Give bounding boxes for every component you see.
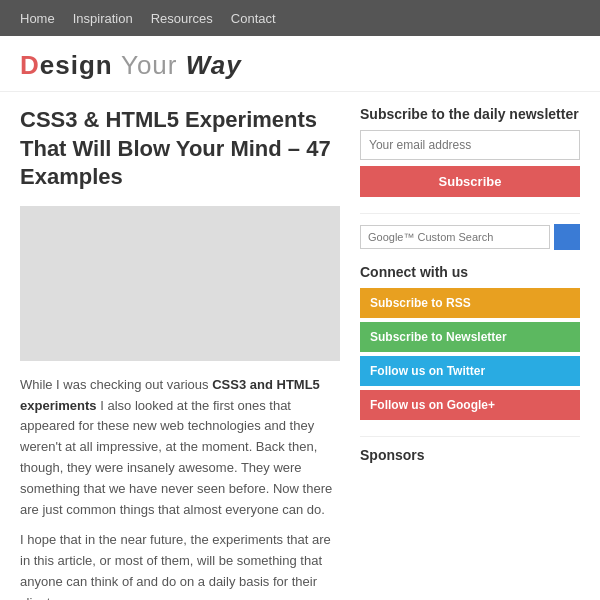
article-paragraph-1: While I was checking out various CSS3 an… — [20, 375, 340, 521]
googleplus-button[interactable]: Follow us on Google+ — [360, 390, 580, 420]
logo-your: Your — [121, 50, 186, 80]
article-body: While I was checking out various CSS3 an… — [20, 375, 340, 600]
newsletter-section: Subscribe to the daily newsletter Subscr… — [360, 106, 580, 197]
search-input[interactable] — [360, 225, 550, 249]
logo-d: D — [20, 50, 40, 80]
nav-contact[interactable]: Contact — [231, 11, 276, 26]
nav-resources[interactable]: Resources — [151, 11, 213, 26]
logo-way: Way — [186, 50, 242, 80]
connect-section: Connect with us Subscribe to RSS Subscri… — [360, 264, 580, 420]
nav-inspiration[interactable]: Inspiration — [73, 11, 133, 26]
subscribe-button[interactable]: Subscribe — [360, 166, 580, 197]
content-column: CSS3 & HTML5 Experiments That Will Blow … — [20, 106, 340, 600]
divider-2 — [360, 436, 580, 437]
newsletter-title: Subscribe to the daily newsletter — [360, 106, 580, 122]
logo-esign: esign — [40, 50, 121, 80]
sponsors-section: Sponsors — [360, 447, 580, 463]
main-container: CSS3 & HTML5 Experiments That Will Blow … — [0, 106, 600, 600]
article-title: CSS3 & HTML5 Experiments That Will Blow … — [20, 106, 340, 192]
nav-home[interactable]: Home — [20, 11, 55, 26]
sponsors-title: Sponsors — [360, 447, 580, 463]
search-button[interactable] — [554, 224, 580, 250]
email-input[interactable] — [360, 130, 580, 160]
connect-title: Connect with us — [360, 264, 580, 280]
navigation: Home Inspiration Resources Contact — [0, 0, 600, 36]
article-image — [20, 206, 340, 361]
site-logo[interactable]: Design Your Way — [20, 50, 580, 81]
article-paragraph-2: I hope that in the near future, the expe… — [20, 530, 340, 600]
search-section — [360, 224, 580, 250]
sidebar: Subscribe to the daily newsletter Subscr… — [360, 106, 580, 600]
twitter-button[interactable]: Follow us on Twitter — [360, 356, 580, 386]
logo-area: Design Your Way — [0, 36, 600, 92]
newsletter-subscribe-button[interactable]: Subscribe to Newsletter — [360, 322, 580, 352]
divider-1 — [360, 213, 580, 214]
rss-button[interactable]: Subscribe to RSS — [360, 288, 580, 318]
